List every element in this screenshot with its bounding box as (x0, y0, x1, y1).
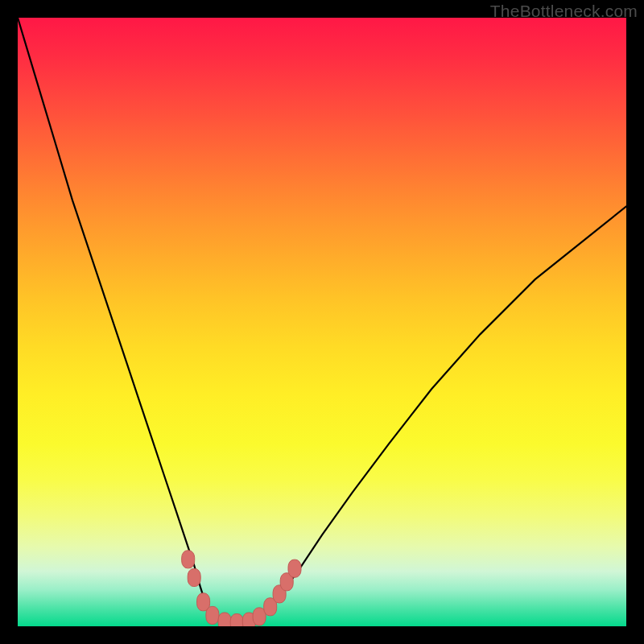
chart-frame: TheBottleneck.com (0, 0, 644, 644)
data-marker (206, 606, 219, 624)
curve-svg (18, 18, 626, 626)
watermark-text: TheBottleneck.com (490, 2, 638, 21)
data-marker (218, 613, 231, 626)
plot-area (18, 18, 626, 626)
marker-group (182, 551, 301, 626)
data-marker (230, 614, 243, 627)
valley-curve (18, 18, 626, 624)
data-marker (182, 551, 195, 568)
data-marker (188, 569, 200, 587)
data-marker (288, 559, 301, 577)
